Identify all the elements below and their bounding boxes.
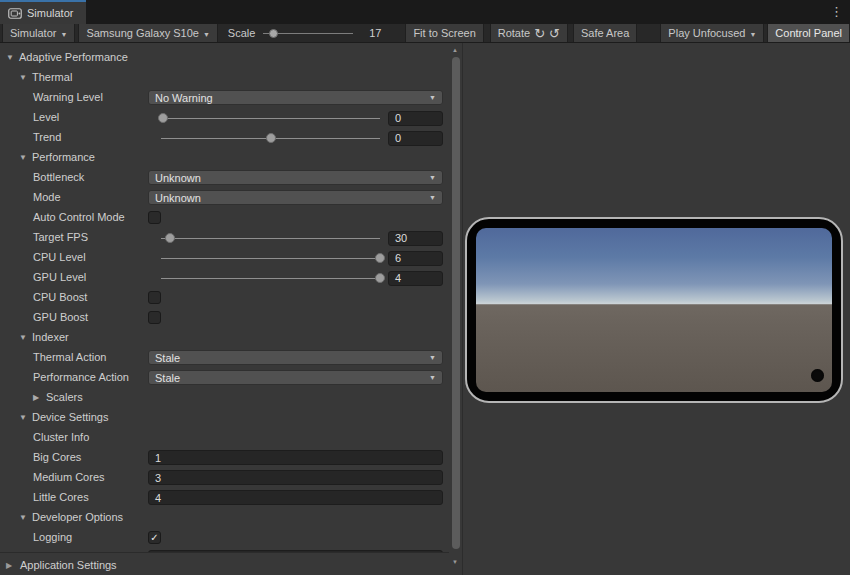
device-label: Samsung Galaxy S10e <box>86 27 199 39</box>
field-label-gpu-level: GPU Level <box>33 271 86 283</box>
trend-slider-thumb[interactable] <box>266 133 276 143</box>
auto-control-mode-checkbox[interactable] <box>148 211 161 224</box>
row-scalers: ▶Scalers <box>0 388 449 408</box>
device-dropdown[interactable]: Samsung Galaxy S10e ▼ <box>78 24 217 42</box>
fit-to-screen-button[interactable]: Fit to Screen <box>405 24 483 42</box>
field-label-big-cores: Big Cores <box>33 451 81 463</box>
mode-dropdown[interactable]: Unknown▼ <box>148 190 443 205</box>
control-panel-button[interactable]: Control Panel <box>767 24 850 42</box>
foldout-expanded-icon[interactable]: ▼ <box>19 73 27 82</box>
level-value-field[interactable]: 0 <box>388 111 443 126</box>
scrollbar-thumb[interactable] <box>452 57 460 549</box>
row-bottleneck: BottleneckUnknown▼ <box>0 168 449 188</box>
foldout-label-scalers[interactable]: Scalers <box>46 391 83 403</box>
window-menu-icon[interactable]: ⋮ <box>830 3 843 20</box>
big-cores-field[interactable]: 1 <box>148 450 443 465</box>
target-fps-value: 30 <box>395 232 407 244</box>
cpu-level-slider[interactable] <box>161 253 380 263</box>
ctrl-trend: 0 <box>148 128 443 148</box>
tab-label: Simulator <box>27 7 73 19</box>
logging-checkbox[interactable]: ✓ <box>148 531 161 544</box>
cpu-level-slider-thumb[interactable] <box>375 253 385 263</box>
thermal-action-dropdown[interactable]: Stale▼ <box>148 350 443 365</box>
gpu-level-slider-thumb[interactable] <box>375 273 385 283</box>
target-fps-slider-row: 30 <box>148 228 443 248</box>
field-label-logging: Logging <box>33 531 72 543</box>
chevron-down-icon: ▼ <box>749 31 756 38</box>
device-screen[interactable] <box>476 228 832 392</box>
trend-value-field[interactable]: 0 <box>388 131 443 146</box>
row-little-cores: Little Cores4 <box>0 488 449 508</box>
simulator-mode-dropdown[interactable]: Simulator ▼ <box>2 24 75 42</box>
big-cores-value: 1 <box>155 452 161 464</box>
scale-slider[interactable] <box>263 27 353 39</box>
foldout-expanded-icon[interactable]: ▼ <box>19 333 27 342</box>
scroll-up-icon[interactable]: ▲ <box>452 47 458 53</box>
row-big-cores: Big Cores1 <box>0 448 449 468</box>
foldout-label-indexer[interactable]: Indexer <box>32 331 69 343</box>
safe-area-button[interactable]: Safe Area <box>573 24 637 42</box>
device-frame <box>465 217 843 403</box>
foldout-label-developer-options[interactable]: Developer Options <box>32 511 123 523</box>
ctrl-warning-level: No Warning▼ <box>148 88 443 108</box>
scroll-down-icon[interactable]: ▼ <box>452 559 458 565</box>
foldout-label-adaptive-performance[interactable]: Adaptive Performance <box>19 51 128 63</box>
target-fps-slider[interactable] <box>161 233 380 243</box>
rotate-clockwise-icon[interactable]: ↻ <box>534 27 545 40</box>
row-warning-level: Warning LevelNo Warning▼ <box>0 88 449 108</box>
scale-slider-thumb[interactable] <box>269 29 278 38</box>
warning-level-dropdown[interactable]: No Warning▼ <box>148 90 443 105</box>
ctrl-gpu-level: 4 <box>148 268 443 288</box>
simulator-device-icon <box>8 8 22 19</box>
little-cores-field[interactable]: 4 <box>148 490 443 505</box>
field-label-auto-control-mode: Auto Control Mode <box>33 211 125 223</box>
target-fps-value-field[interactable]: 30 <box>388 231 443 246</box>
row-gpu-level: GPU Level4 <box>0 268 449 288</box>
trend-slider-row: 0 <box>148 128 443 148</box>
play-unfocused-dropdown[interactable]: Play Unfocused ▼ <box>660 24 764 42</box>
level-slider-row: 0 <box>148 108 443 128</box>
foldout-expanded-icon[interactable]: ▼ <box>6 53 14 62</box>
foldout-label-performance[interactable]: Performance <box>32 151 95 163</box>
performance-action-dropdown[interactable]: Stale▼ <box>148 370 443 385</box>
row-medium-cores: Medium Cores3 <box>0 468 449 488</box>
medium-cores-field[interactable]: 3 <box>148 470 443 485</box>
device-preview-area <box>463 43 850 575</box>
ctrl-target-fps: 30 <box>148 228 443 248</box>
row-gpu-boost: GPU Boost <box>0 308 449 328</box>
settings-rows: ▼Adaptive Performance▼ThermalWarning Lev… <box>0 48 449 568</box>
foldout-label-thermal[interactable]: Thermal <box>32 71 72 83</box>
foldout-collapsed-icon[interactable]: ▶ <box>6 561 12 570</box>
cpu-boost-checkbox[interactable] <box>148 291 161 304</box>
warning-level-value: No Warning <box>155 92 213 104</box>
gpu-level-value: 4 <box>395 272 401 284</box>
bottleneck-dropdown[interactable]: Unknown▼ <box>148 170 443 185</box>
foldout-collapsed-icon[interactable]: ▶ <box>33 393 39 402</box>
level-slider-thumb[interactable] <box>158 113 168 123</box>
ctrl-cpu-boost <box>148 288 443 308</box>
cpu-level-value-field[interactable]: 6 <box>388 251 443 266</box>
target-fps-slider-thumb[interactable] <box>165 233 175 243</box>
field-label-medium-cores: Medium Cores <box>33 471 105 483</box>
simulator-mode-label: Simulator <box>10 27 56 39</box>
row-thermal-action: Thermal ActionStale▼ <box>0 348 449 368</box>
ctrl-medium-cores: 3 <box>148 468 443 488</box>
foldout-expanded-icon[interactable]: ▼ <box>19 153 27 162</box>
foldout-label-device-settings[interactable]: Device Settings <box>32 411 108 423</box>
gpu-level-slider[interactable] <box>161 273 380 283</box>
row-mode: ModeUnknown▼ <box>0 188 449 208</box>
application-settings-row[interactable]: ▶ Application Settings <box>0 552 449 575</box>
application-settings-label[interactable]: Application Settings <box>20 559 117 571</box>
trend-slider[interactable] <box>161 133 380 143</box>
vertical-scrollbar[interactable]: ▲ ▼ <box>449 43 462 575</box>
field-label-little-cores: Little Cores <box>33 491 89 503</box>
rotate-counterclockwise-icon[interactable]: ↺ <box>549 27 560 40</box>
gpu-level-slider-row: 4 <box>148 268 443 288</box>
gpu-boost-checkbox[interactable] <box>148 311 161 324</box>
tab-simulator[interactable]: Simulator <box>0 0 86 24</box>
level-slider[interactable] <box>161 113 380 123</box>
gpu-level-value-field[interactable]: 4 <box>388 271 443 286</box>
level-slider-track <box>161 118 380 120</box>
foldout-expanded-icon[interactable]: ▼ <box>19 413 27 422</box>
foldout-expanded-icon[interactable]: ▼ <box>19 513 27 522</box>
